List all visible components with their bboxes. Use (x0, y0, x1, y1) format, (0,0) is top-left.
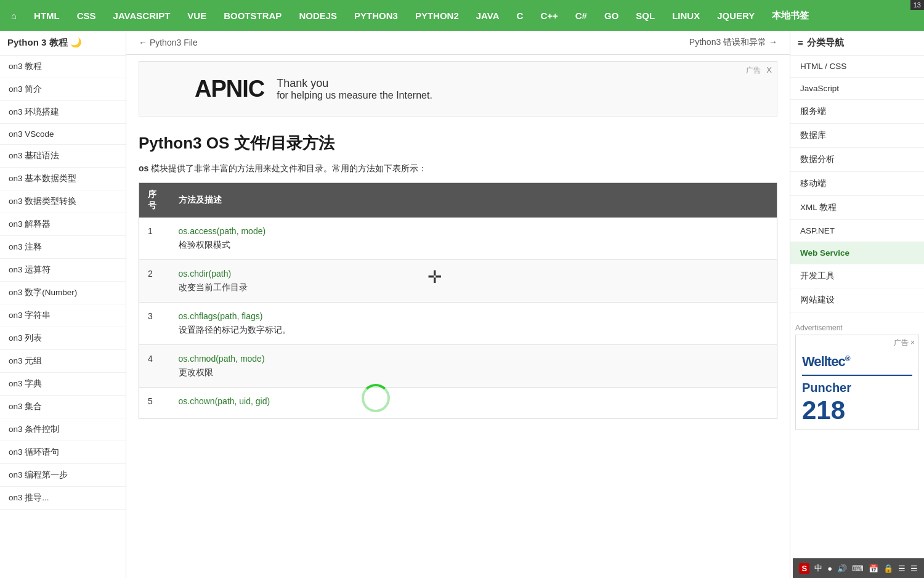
method-desc: 更改权限 (179, 367, 769, 378)
sidebar-item-list[interactable]: on3 列表 (0, 327, 126, 350)
nav-css[interactable]: CSS (68, 0, 105, 31)
sidebar-item-intro[interactable]: on3 简介 (0, 78, 126, 101)
row-num: 5 (139, 388, 170, 419)
table-row: 5 os.chown(path, uid, gid) (139, 388, 777, 419)
sidebar-item-number[interactable]: on3 数字(Number) (0, 282, 126, 304)
breadcrumb-prev[interactable]: ← Python3 File (139, 38, 198, 47)
sidebar-item-operators[interactable]: on3 运算符 (0, 259, 126, 282)
nav-c[interactable]: C (508, 0, 532, 31)
nav-go[interactable]: GO (596, 0, 627, 31)
sidebar-item-tuple[interactable]: on3 元组 (0, 350, 126, 373)
tray-menu1[interactable]: ☰ (898, 564, 906, 573)
right-nav-database[interactable]: 数据库 (790, 124, 924, 148)
nav-python2[interactable]: PYTHON2 (407, 0, 468, 31)
method-link[interactable]: os.chflags(path, flags) (179, 311, 769, 321)
system-tray: S 中 ● 🔊 ⌨ 📅 🔒 ☰ ☰ (793, 558, 924, 578)
sidebar-item-env[interactable]: on3 环境搭建 (0, 101, 126, 124)
sidebar-item-syntax[interactable]: on3 基础语法 (0, 145, 126, 168)
nav-bootstrap[interactable]: BOOTSTRAP (215, 0, 290, 31)
methods-table: 序号 方法及描述 1 os.access(path, mode) 检验权限模式 … (139, 182, 777, 419)
col-method: 方法及描述 (170, 183, 777, 218)
right-nav-devtools[interactable]: 开发工具 (790, 264, 924, 288)
sidebar-item-firstprog[interactable]: on3 编程第一步 (0, 464, 126, 487)
row-method: os.chflags(path, flags) 设置路径的标记为数字标记。 (170, 303, 777, 345)
sidebar-item-tutorial[interactable]: on3 教程 (0, 55, 126, 78)
right-nav-javascript[interactable]: JavaScript (790, 78, 924, 100)
row-num: 1 (139, 218, 170, 260)
sidebar-item-interpreter[interactable]: on3 解释器 (0, 213, 126, 236)
breadcrumb-bar: ← Python3 File Python3 错误和异常 → (126, 31, 790, 55)
method-desc: 改变当前工作目录 (179, 282, 769, 293)
method-link[interactable]: os.chown(path, uid, gid) (179, 396, 769, 406)
breadcrumb-next[interactable]: Python3 错误和异常 → (689, 37, 777, 48)
nav-home[interactable]: ⌂ (2, 0, 25, 31)
nav-java[interactable]: JAVA (468, 0, 508, 31)
sidebar-item-string[interactable]: on3 字符串 (0, 304, 126, 327)
tray-ime[interactable]: 中 (814, 563, 822, 574)
method-desc: 设置路径的标记为数字标记。 (179, 325, 769, 336)
right-sidebar-header: ≡ 分类导航 (790, 31, 924, 55)
sidebar-item-vscode[interactable]: on3 VScode (0, 124, 126, 145)
center-content: ← Python3 File Python3 错误和异常 → 广告 X APNI… (126, 31, 790, 578)
ad-close-button[interactable]: X (766, 65, 772, 75)
ad-section: Advertisement 广告 × Welltec® Puncher 218 (790, 319, 924, 435)
ad-label: 广告 (746, 65, 761, 76)
right-nav-dataanalysis[interactable]: 数据分析 (790, 148, 924, 172)
tray-sound[interactable]: 🔊 (837, 564, 847, 573)
tray-keyboard[interactable]: ⌨ (852, 564, 864, 573)
table-row: 1 os.access(path, mode) 检验权限模式 (139, 218, 777, 260)
tray-sogou[interactable]: S (799, 563, 809, 574)
table-row: 3 os.chflags(path, flags) 设置路径的标记为数字标记。 (139, 303, 777, 345)
sidebar-item-loops[interactable]: on3 循环语句 (0, 441, 126, 464)
nav-cpp[interactable]: C++ (532, 0, 566, 31)
os-keyword: os (139, 163, 148, 173)
right-sidebar-title: 分类导航 (807, 37, 844, 49)
right-nav-website[interactable]: 网站建设 (790, 288, 924, 312)
table-row: 2 os.chdir(path) 改变当前工作目录 (139, 260, 777, 303)
corner-badge: 13 (910, 0, 924, 10)
method-link[interactable]: os.chdir(path) (179, 269, 769, 279)
tray-menu2[interactable]: ☰ (910, 564, 918, 573)
ad-box2: 广告 × Welltec® Puncher 218 (795, 335, 919, 430)
nav-jquery[interactable]: JQUERY (708, 0, 763, 31)
sidebar-item-datatypes[interactable]: on3 基本数据类型 (0, 168, 126, 190)
sidebar-item-set[interactable]: on3 集合 (0, 396, 126, 418)
nav-sql[interactable]: SQL (627, 0, 663, 31)
right-nav-xml[interactable]: XML 教程 (790, 196, 924, 220)
nav-vue[interactable]: VUE (179, 0, 215, 31)
tray-dot[interactable]: ● (827, 564, 832, 573)
row-method: os.chdir(path) 改变当前工作目录 (170, 260, 777, 303)
ad-label2: Advertisement (795, 324, 919, 332)
nav-html[interactable]: HTML (25, 0, 68, 31)
nav-linux[interactable]: LINUX (663, 0, 708, 31)
right-nav-aspnet[interactable]: ASP.NET (790, 220, 924, 242)
sidebar-item-typeconv[interactable]: on3 数据类型转换 (0, 190, 126, 213)
nav-list-icon: ≡ (798, 38, 803, 48)
page-desc-text: 模块提供了非常丰富的方法用来处文件和目录。常用的方法如下表所示： (148, 163, 427, 173)
nav-nodejs[interactable]: NODEJS (290, 0, 346, 31)
method-link[interactable]: os.chmod(path, mode) (179, 354, 769, 364)
sidebar-item-comments[interactable]: on3 注释 (0, 236, 126, 259)
nav-python3[interactable]: PYTHON3 (346, 0, 407, 31)
right-nav-serverside[interactable]: 服务端 (790, 100, 924, 124)
method-desc: 检验权限模式 (179, 240, 769, 251)
right-nav-mobile[interactable]: 移动端 (790, 172, 924, 196)
ad-banner: 广告 X APNIC Thank you for helping us meas… (139, 61, 777, 116)
ad-close2-button[interactable]: 广告 × (894, 338, 915, 348)
row-method: os.chown(path, uid, gid) (170, 388, 777, 419)
nav-csharp[interactable]: C# (567, 0, 596, 31)
table-header-row: 序号 方法及描述 (139, 183, 777, 218)
right-nav-html-css[interactable]: HTML / CSS (790, 55, 924, 78)
sidebar-item-dict[interactable]: on3 字典 (0, 373, 126, 396)
row-num: 2 (139, 260, 170, 303)
nav-javascript[interactable]: JAVASCRIPT (105, 0, 179, 31)
sidebar-item-conditions[interactable]: on3 条件控制 (0, 418, 126, 441)
nav-bookmarks[interactable]: 本地书签 (763, 0, 817, 31)
ad-product-number: 218 (802, 397, 845, 423)
method-link[interactable]: os.access(path, mode) (179, 226, 769, 236)
tray-calendar[interactable]: 📅 (869, 564, 878, 573)
right-nav-webservice[interactable]: Web Service (790, 242, 924, 264)
sidebar-item-more[interactable]: on3 推导... (0, 487, 126, 510)
tray-lock[interactable]: 🔒 (883, 564, 893, 573)
welltec-logo: Welltec® (802, 354, 849, 370)
